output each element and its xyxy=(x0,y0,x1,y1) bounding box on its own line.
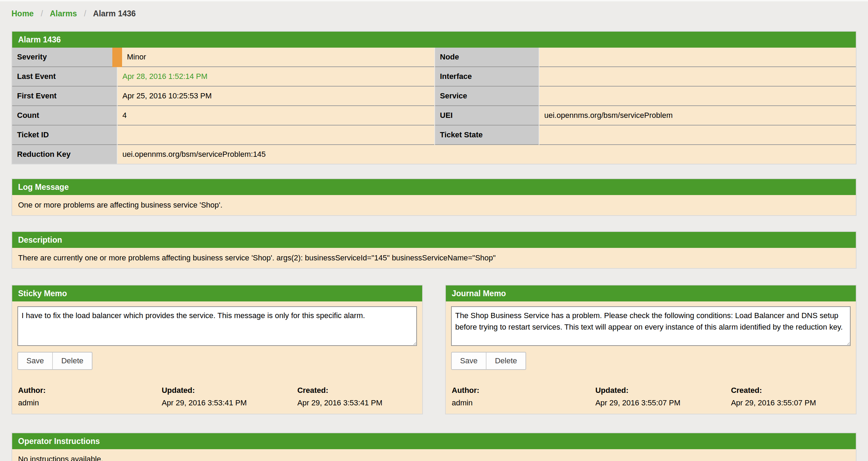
ticket-id-label-cell: Ticket ID xyxy=(12,125,117,145)
alarm-panel-title: Alarm 1436 xyxy=(12,32,856,48)
ticket-state-value-cell xyxy=(539,125,856,145)
reduction-key-value-cell: uei.opennms.org/bsm/serviceProblem:145 xyxy=(117,145,856,164)
log-message-title: Log Message xyxy=(12,179,856,195)
description-text: There are currently one or more problems… xyxy=(12,248,856,268)
interface-label-cell: Interface xyxy=(435,67,539,86)
author-label: Author: xyxy=(452,386,595,395)
breadcrumb-separator: / xyxy=(41,9,43,18)
sticky-memo-button-group: Save Delete xyxy=(17,352,93,370)
author-value: admin xyxy=(18,398,162,407)
reduction-key-label-cell: Reduction Key xyxy=(12,145,117,164)
log-message-panel: Log Message One or more problems are aff… xyxy=(11,178,857,216)
node-value-cell xyxy=(539,48,856,67)
created-label: Created: xyxy=(297,386,417,395)
service-label-cell: Service xyxy=(435,86,539,106)
updated-value: Apr 29, 2016 3:55:07 PM xyxy=(595,398,731,407)
operator-instructions-text: No instructions available. xyxy=(12,449,856,461)
uei-label-cell: UEI xyxy=(435,106,539,125)
breadcrumb-link-home[interactable]: Home xyxy=(11,9,34,18)
last-event-label-cell: Last Event xyxy=(12,67,117,86)
uei-value-cell: uei.opennms.org/bsm/serviceProblem xyxy=(539,106,856,125)
breadcrumb: Home / Alarms / Alarm 1436 xyxy=(0,1,868,18)
table-row: Severity Minor Node xyxy=(12,48,856,67)
table-row: Ticket ID Ticket State xyxy=(12,125,856,145)
count-label-cell: Count xyxy=(12,106,117,125)
alarm-detail-panel: Alarm 1436 Severity Minor Node Last Even… xyxy=(11,31,857,164)
first-event-label-cell: First Event xyxy=(12,86,117,106)
author-label: Author: xyxy=(18,386,162,395)
first-event-value-cell: Apr 25, 2016 10:25:53 PM xyxy=(117,86,435,106)
updated-label: Updated: xyxy=(595,386,731,395)
ticket-state-label-cell: Ticket State xyxy=(435,125,539,145)
memo-row: Sticky Memo I have to fix the load balan… xyxy=(11,285,857,414)
updated-value: Apr 29, 2016 3:53:41 PM xyxy=(162,398,297,407)
breadcrumb-separator: / xyxy=(84,9,86,18)
sticky-memo-panel: Sticky Memo I have to fix the load balan… xyxy=(11,285,423,414)
journal-memo-textarea[interactable]: The Shop Business Service has a problem.… xyxy=(451,306,851,346)
count-value-cell: 4 xyxy=(117,106,435,125)
table-row: Last Event Apr 28, 2016 1:52:14 PM Inter… xyxy=(12,67,856,86)
journal-memo-panel: Journal Memo The Shop Business Service h… xyxy=(445,285,857,414)
sticky-memo-textarea[interactable]: I have to fix the load balancer which pr… xyxy=(17,306,417,346)
breadcrumb-link-alarms[interactable]: Alarms xyxy=(50,9,77,18)
operator-instructions-panel: Operator Instructions No instructions av… xyxy=(11,432,857,461)
service-value-cell xyxy=(539,86,856,106)
last-event-link[interactable]: Apr 28, 2016 1:52:14 PM xyxy=(122,72,208,81)
alarm-detail-table: Severity Minor Node Last Event Apr 28, 2… xyxy=(12,48,856,164)
severity-value-cell: Minor xyxy=(117,48,435,67)
updated-label: Updated: xyxy=(162,386,297,395)
node-label-cell: Node xyxy=(435,48,539,67)
created-label: Created: xyxy=(731,386,851,395)
journal-memo-meta: Author: admin Updated: Apr 29, 2016 3:55… xyxy=(451,386,851,407)
sticky-memo-meta: Author: admin Updated: Apr 29, 2016 3:53… xyxy=(17,386,417,407)
interface-value-cell xyxy=(539,67,856,86)
log-message-text: One or more problems are affecting busin… xyxy=(12,195,856,215)
operator-instructions-title: Operator Instructions xyxy=(12,433,856,449)
ticket-id-value-cell xyxy=(117,125,435,145)
severity-label-cell: Severity xyxy=(12,48,117,67)
delete-button[interactable]: Delete xyxy=(486,353,525,369)
sticky-memo-title: Sticky Memo xyxy=(12,285,422,301)
breadcrumb-current: Alarm 1436 xyxy=(93,9,136,18)
last-event-value-cell: Apr 28, 2016 1:52:14 PM xyxy=(117,67,435,86)
journal-memo-button-group: Save Delete xyxy=(451,352,526,370)
delete-button[interactable]: Delete xyxy=(52,353,92,369)
save-button[interactable]: Save xyxy=(452,353,486,369)
created-value: Apr 29, 2016 3:55:07 PM xyxy=(731,398,851,407)
table-row: Count 4 UEI uei.opennms.org/bsm/serviceP… xyxy=(12,106,856,125)
description-title: Description xyxy=(12,232,856,248)
table-row: Reduction Key uei.opennms.org/bsm/servic… xyxy=(12,145,856,164)
journal-memo-title: Journal Memo xyxy=(446,285,856,301)
created-value: Apr 29, 2016 3:53:41 PM xyxy=(297,398,417,407)
table-row: First Event Apr 25, 2016 10:25:53 PM Ser… xyxy=(12,86,856,106)
author-value: admin xyxy=(452,398,595,407)
description-panel: Description There are currently one or m… xyxy=(11,231,857,269)
save-button[interactable]: Save xyxy=(18,353,52,369)
